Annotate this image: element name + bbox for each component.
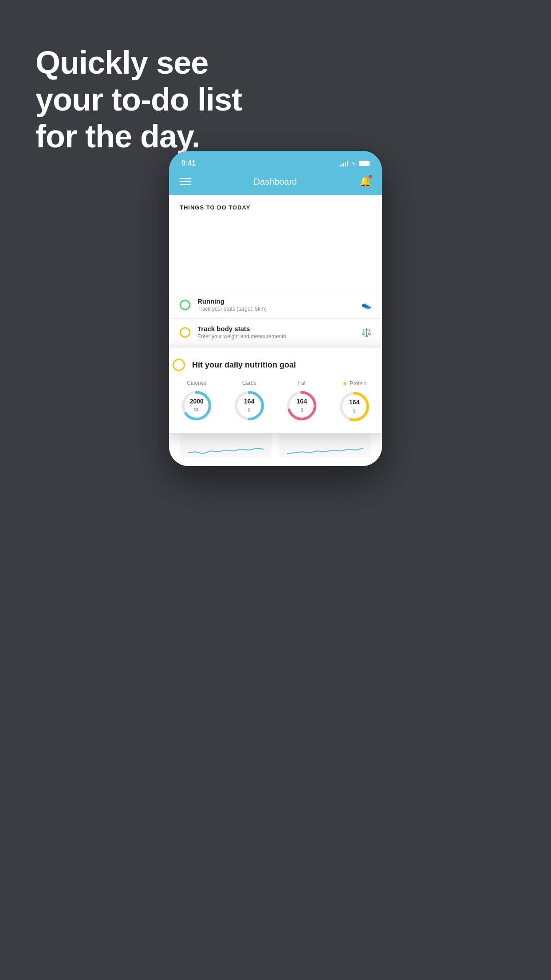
status-time: 9:41 (181, 159, 196, 167)
nutrition-card-header: Hit your daily nutrition goal (173, 359, 378, 371)
status-bar: 9:41 ∿ (169, 151, 382, 170)
protein-label: ★ Protein (342, 380, 366, 387)
todo-checkbox-body-stats[interactable] (180, 327, 190, 338)
card-spacer (169, 215, 382, 291)
calories-value: 2000 (190, 398, 204, 405)
protein-value: 164 (349, 399, 359, 406)
hero-heading: Quickly see your to-do list for the day. (35, 44, 242, 154)
todo-item-body-stats[interactable]: Track body stats Enter your weight and m… (169, 318, 382, 346)
fat-label: Fat (298, 380, 306, 386)
scale-icon: ⚖️ (362, 328, 371, 337)
notification-badge (369, 175, 372, 178)
todo-title-body-stats: Track body stats (197, 325, 354, 332)
calories-label: Calories (187, 380, 206, 386)
calories-item: Calories 2000 cal (181, 380, 213, 423)
body-weight-chart (188, 439, 264, 457)
todo-subtitle-body-stats: Enter your weight and measurements (197, 333, 354, 340)
today-section-header: THINGS TO DO TODAY (169, 195, 382, 215)
calories-ring: 2000 cal (181, 390, 213, 422)
calories-unit: cal (194, 407, 200, 412)
notification-button[interactable]: 🔔 (359, 176, 371, 187)
carbs-label: Carbs (242, 380, 256, 386)
carbs-value: 164 (244, 398, 254, 405)
fat-value: 164 (297, 398, 307, 405)
nutrition-card[interactable]: Hit your daily nutrition goal Calories (169, 348, 382, 433)
status-icons: ∿ (340, 160, 370, 167)
battery-icon (359, 161, 370, 166)
carbs-item: Carbs 164 g (233, 380, 265, 423)
star-icon: ★ (342, 380, 348, 387)
signal-icon (340, 160, 348, 166)
nutrition-checkbox[interactable] (173, 359, 185, 371)
fat-unit: g (300, 407, 303, 412)
protein-center: 164 g (349, 399, 359, 414)
fat-ring: 164 g (286, 390, 318, 422)
menu-button[interactable] (180, 178, 191, 185)
todo-subtitle-running: Track your stats (target: 5km) (197, 306, 354, 312)
carbs-center: 164 g (244, 398, 254, 413)
header-title: Dashboard (254, 177, 297, 187)
carbs-ring: 164 g (233, 390, 265, 422)
carbs-unit: g (248, 407, 251, 412)
protein-item: ★ Protein 164 g (338, 380, 370, 423)
todo-text-body-stats: Track body stats Enter your weight and m… (197, 325, 354, 340)
running-icon: 👟 (362, 300, 371, 310)
nutrients-row: Calories 2000 cal (173, 380, 378, 423)
app-header: Dashboard 🔔 (169, 170, 382, 195)
todo-item-running[interactable]: Running Track your stats (target: 5km) 👟 (169, 291, 382, 318)
protein-unit: g (353, 408, 356, 413)
protein-ring: 164 g (338, 391, 370, 423)
body-fat-chart (287, 439, 363, 457)
wifi-icon: ∿ (351, 160, 356, 167)
phone-mockup: 9:41 ∿ Dashboard 🔔 THINGS TO DO TODAY (169, 151, 382, 466)
todo-text-running: Running Track your stats (target: 5km) (197, 297, 354, 312)
todo-checkbox-running[interactable] (180, 300, 190, 310)
todo-title-running: Running (197, 297, 354, 305)
calories-center: 2000 cal (190, 398, 204, 413)
nutrition-card-title: Hit your daily nutrition goal (192, 360, 296, 370)
fat-item: Fat 164 g (286, 380, 318, 423)
fat-center: 164 g (297, 398, 307, 413)
